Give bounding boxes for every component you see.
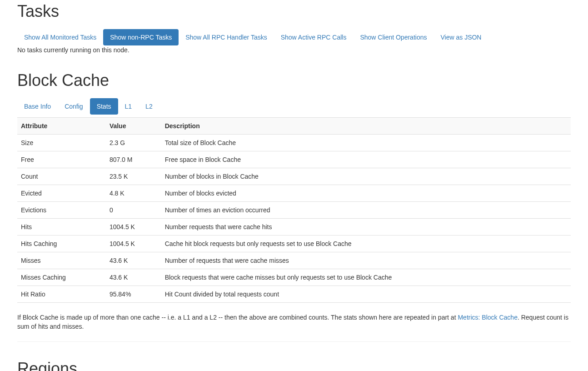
tab-link[interactable]: Show Active RPC Calls [274, 29, 354, 45]
tab-link[interactable]: Base Info [17, 98, 58, 115]
cell-value: 0 [106, 202, 161, 219]
tab-l1[interactable]: L1 [118, 98, 139, 115]
tab-show-all-monitored-tasks[interactable]: Show All Monitored Tasks [17, 29, 103, 45]
tab-link[interactable]: Show All RPC Handler Tasks [179, 29, 274, 45]
cell-description: Number requests that were cache hits [161, 219, 571, 236]
table-row: Count23.5 KNumber of blocks in Block Cac… [17, 168, 571, 185]
tab-link[interactable]: Stats [90, 98, 118, 115]
tab-config[interactable]: Config [58, 98, 90, 115]
block-cache-stats-table: Attribute Value Description Size2.3 GTot… [17, 117, 571, 303]
cell-attribute: Hit Ratio [17, 286, 106, 303]
table-row: Size2.3 GTotal size of Block Cache [17, 135, 571, 151]
cell-value: 2.3 G [106, 135, 161, 151]
table-row: Evictions0Number of times an eviction oc… [17, 202, 571, 219]
tab-view-as-json[interactable]: View as JSON [434, 29, 488, 45]
note-prefix: If Block Cache is made up of more than o… [17, 314, 458, 321]
cell-attribute: Size [17, 135, 106, 151]
tab-show-non-rpc-tasks[interactable]: Show non-RPC Tasks [103, 29, 179, 45]
cell-description: Hit Count divided by total requests coun… [161, 286, 571, 303]
block-cache-tabs: Base Info Config Stats L1 L2 [17, 98, 571, 115]
table-row: Hits1004.5 KNumber requests that were ca… [17, 219, 571, 236]
table-row: Hit Ratio95.84%Hit Count divided by tota… [17, 286, 571, 303]
cell-value: 1004.5 K [106, 236, 161, 252]
cell-value: 807.0 M [106, 151, 161, 168]
cell-attribute: Misses [17, 252, 106, 269]
cell-value: 23.5 K [106, 168, 161, 185]
cell-description: Total size of Block Cache [161, 135, 571, 151]
tab-link[interactable]: L1 [118, 98, 139, 115]
tasks-tabs: Show All Monitored Tasks Show non-RPC Ta… [17, 29, 571, 45]
cell-description: Number of times an eviction occurred [161, 202, 571, 219]
tab-show-all-rpc-handler-tasks[interactable]: Show All RPC Handler Tasks [179, 29, 274, 45]
tab-base-info[interactable]: Base Info [17, 98, 58, 115]
table-row: Free807.0 MFree space in Block Cache [17, 151, 571, 168]
block-cache-heading: Block Cache [17, 71, 571, 90]
cell-attribute: Evictions [17, 202, 106, 219]
cell-description: Block requests that were cache misses bu… [161, 269, 571, 286]
tab-link[interactable]: L2 [139, 98, 159, 115]
cell-attribute: Misses Caching [17, 269, 106, 286]
metrics-block-cache-link[interactable]: Metrics: Block Cache [458, 314, 517, 321]
col-description: Description [161, 118, 571, 135]
cell-attribute: Evicted [17, 185, 106, 202]
regions-heading: Regions [17, 359, 571, 371]
cell-value: 43.6 K [106, 269, 161, 286]
table-row: Misses Caching43.6 KBlock requests that … [17, 269, 571, 286]
table-row: Evicted4.8 KNumber of blocks evicted [17, 185, 571, 202]
tasks-status-text: No tasks currently running on this node. [17, 46, 571, 54]
cell-value: 43.6 K [106, 252, 161, 269]
tab-link[interactable]: Show Client Operations [353, 29, 434, 45]
tab-link[interactable]: View as JSON [434, 29, 488, 45]
block-cache-note: If Block Cache is made up of more than o… [17, 313, 571, 342]
cell-value: 95.84% [106, 286, 161, 303]
table-row: Misses43.6 KNumber of requests that were… [17, 252, 571, 269]
tab-show-active-rpc-calls[interactable]: Show Active RPC Calls [274, 29, 354, 45]
tab-show-client-operations[interactable]: Show Client Operations [353, 29, 434, 45]
tab-link[interactable]: Show non-RPC Tasks [103, 29, 179, 45]
tab-link[interactable]: Config [58, 98, 90, 115]
table-row: Hits Caching1004.5 KCache hit block requ… [17, 236, 571, 252]
cell-description: Number of blocks evicted [161, 185, 571, 202]
cell-value: 4.8 K [106, 185, 161, 202]
table-header-row: Attribute Value Description [17, 118, 571, 135]
cell-description: Number of blocks in Block Cache [161, 168, 571, 185]
col-value: Value [106, 118, 161, 135]
cell-attribute: Hits Caching [17, 236, 106, 252]
cell-description: Cache hit block requests but only reques… [161, 236, 571, 252]
tab-l2[interactable]: L2 [139, 98, 159, 115]
col-attribute: Attribute [17, 118, 106, 135]
tab-link[interactable]: Show All Monitored Tasks [17, 29, 103, 45]
tasks-heading: Tasks [17, 2, 571, 21]
cell-attribute: Free [17, 151, 106, 168]
cell-description: Number of requests that were cache misse… [161, 252, 571, 269]
cell-attribute: Hits [17, 219, 106, 236]
tab-stats[interactable]: Stats [90, 98, 118, 115]
cell-description: Free space in Block Cache [161, 151, 571, 168]
cell-attribute: Count [17, 168, 106, 185]
cell-value: 1004.5 K [106, 219, 161, 236]
